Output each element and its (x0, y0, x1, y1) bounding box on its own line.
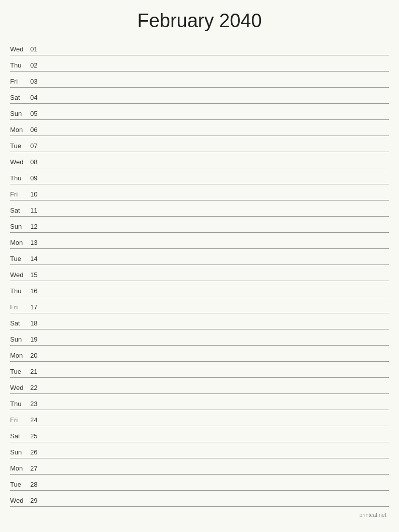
day-number: 09 (30, 174, 45, 182)
calendar-row: Sun26 (10, 442, 389, 458)
day-line (45, 359, 389, 359)
calendar-row: Sun19 (10, 329, 389, 346)
day-name: Fri (10, 78, 29, 85)
day-number: 10 (30, 190, 45, 198)
day-number: 12 (30, 223, 45, 230)
day-name: Thu (10, 287, 29, 295)
calendar-row: Sun05 (10, 104, 389, 120)
calendar-row: Fri17 (10, 297, 389, 313)
day-line (45, 326, 389, 327)
day-number: 25 (30, 432, 45, 440)
calendar-row: Fri03 (10, 72, 389, 88)
day-number: 27 (30, 464, 45, 472)
day-name: Fri (10, 416, 29, 424)
calendar-row: Wed15 (10, 265, 389, 281)
day-number: 04 (30, 94, 45, 101)
day-line (45, 278, 389, 279)
day-line (45, 117, 389, 117)
day-line (45, 294, 389, 295)
day-name: Wed (10, 384, 29, 391)
day-number: 21 (30, 368, 45, 375)
day-number: 15 (30, 271, 45, 279)
day-line (45, 246, 389, 246)
day-name: Wed (10, 158, 29, 166)
calendar-row: Tue14 (10, 249, 389, 265)
day-line (45, 69, 389, 69)
day-number: 11 (30, 207, 45, 214)
day-name: Fri (10, 190, 29, 198)
day-number: 14 (30, 255, 45, 262)
day-line (45, 133, 389, 134)
day-line (45, 472, 389, 472)
day-number: 23 (30, 400, 45, 408)
day-number: 16 (30, 287, 45, 295)
calendar-row: Wed08 (10, 152, 389, 168)
calendar-row: Thu02 (10, 55, 389, 72)
calendar-row: Mon13 (10, 233, 389, 249)
day-line (45, 85, 389, 85)
day-line (45, 375, 389, 375)
day-line (45, 230, 389, 230)
calendar-row: Sat04 (10, 88, 389, 104)
day-name: Thu (10, 61, 29, 69)
day-line (45, 439, 389, 440)
calendar-row: Tue21 (10, 362, 389, 378)
day-number: 13 (30, 239, 45, 246)
footer-label: printcal.net (10, 512, 389, 518)
day-number: 07 (30, 142, 45, 150)
day-line (45, 423, 389, 424)
day-line (45, 407, 389, 408)
calendar-row: Thu09 (10, 168, 389, 184)
day-name: Sat (10, 432, 29, 440)
day-name: Wed (10, 497, 29, 504)
day-number: 17 (30, 303, 45, 311)
calendar-row: Wed01 (10, 39, 389, 55)
day-line (45, 343, 389, 343)
calendar-row: Tue28 (10, 475, 389, 491)
day-line (45, 262, 389, 262)
day-number: 02 (30, 61, 45, 69)
day-name: Mon (10, 239, 29, 246)
day-name: Tue (10, 481, 29, 488)
calendar-row: Mon20 (10, 346, 389, 362)
calendar-row: Sun12 (10, 217, 389, 233)
day-name: Tue (10, 142, 29, 150)
day-name: Thu (10, 174, 29, 182)
day-name: Mon (10, 126, 29, 134)
day-name: Mon (10, 464, 29, 472)
day-name: Wed (10, 45, 29, 53)
day-name: Sun (10, 110, 29, 117)
day-line (45, 197, 389, 198)
calendar-row: Thu23 (10, 394, 389, 410)
day-line (45, 181, 389, 182)
day-line (45, 165, 389, 166)
day-number: 19 (30, 336, 45, 343)
day-number: 26 (30, 448, 45, 456)
day-number: 22 (30, 384, 45, 391)
day-line (45, 101, 389, 101)
calendar-row: Fri10 (10, 184, 389, 201)
day-line (45, 149, 389, 150)
calendar-row: Mon27 (10, 458, 389, 475)
calendar-row: Sat11 (10, 201, 389, 217)
day-name: Sat (10, 94, 29, 101)
day-number: 01 (30, 45, 45, 53)
day-name: Thu (10, 400, 29, 408)
calendar-row: Mon06 (10, 120, 389, 136)
day-number: 28 (30, 481, 45, 488)
day-number: 05 (30, 110, 45, 117)
day-number: 20 (30, 352, 45, 359)
day-name: Sun (10, 336, 29, 343)
day-line (45, 488, 389, 488)
calendar-row: Wed22 (10, 378, 389, 394)
calendar-rows: Wed01Thu02Fri03Sat04Sun05Mon06Tue07Wed08… (10, 39, 389, 507)
day-number: 29 (30, 497, 45, 504)
day-line (45, 214, 389, 214)
day-line (45, 455, 389, 456)
calendar-title: February 2040 (10, 5, 389, 39)
day-line (45, 52, 389, 53)
day-name: Tue (10, 368, 29, 375)
calendar-row: Sat25 (10, 426, 389, 442)
day-number: 18 (30, 319, 45, 327)
calendar-row: Wed29 (10, 491, 389, 507)
